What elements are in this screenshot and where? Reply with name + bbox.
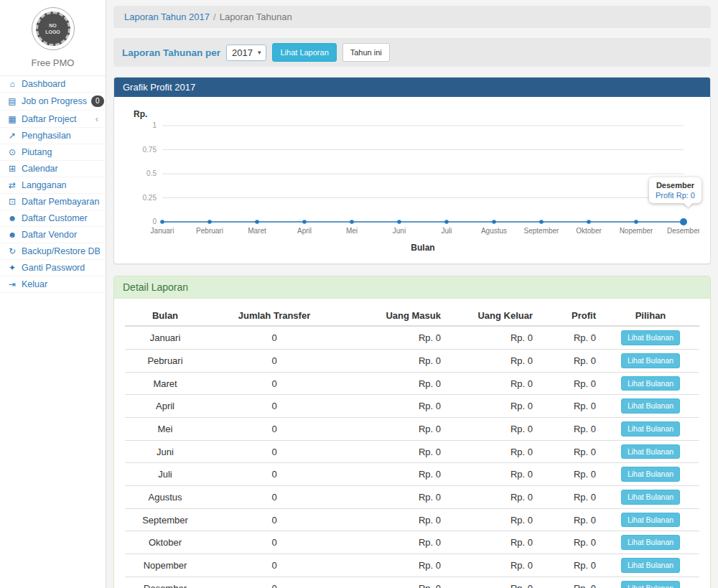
sidebar-item-daftar-pembayaran[interactable]: ⊡Daftar Pembayaran (0, 194, 106, 210)
app: NO LOGO Free PMO ⌂Dashboard▤Job on Progr… (0, 0, 718, 588)
sidebar-item-dashboard[interactable]: ⌂Dashboard (0, 76, 106, 93)
cell-pilihan: Lihat Bulanan (602, 349, 699, 372)
col-header-bulan: Bulan (125, 306, 205, 326)
sidebar-item-daftar-project[interactable]: ▦Daftar Project‹ (0, 111, 106, 128)
x-tick-label: Desember (667, 227, 699, 235)
sidebar-item-calendar[interactable]: ⊞Calendar (0, 161, 106, 177)
piutang-icon: ⊙ (7, 147, 17, 157)
y-axis-title: Rp. (134, 109, 147, 119)
cell-jumlah-transfer: 0 (205, 440, 343, 463)
tahun-ini-button[interactable]: Tahun ini (342, 43, 390, 62)
cell-pilihan: Lihat Bulanan (602, 418, 699, 441)
x-tick-label: Juli (441, 227, 452, 235)
x-tick-label: April (297, 227, 312, 235)
lihat-bulanan-button[interactable]: Lihat Bulanan (621, 581, 680, 588)
cell-profit: Rp. 0 (538, 440, 602, 463)
dashboard-icon: ⌂ (7, 79, 17, 89)
cell-uang-keluar: Rp. 0 (447, 440, 538, 463)
cell-uang-keluar: Rp. 0 (447, 508, 538, 531)
chevron-down-icon: ▾ (258, 49, 261, 56)
chart-panel-title: Grafik Profit 2017 (114, 78, 710, 97)
data-point (680, 218, 687, 225)
sidebar-item-backup-restore-db[interactable]: ↻Backup/Restore DB (0, 243, 106, 260)
lihat-bulanan-button[interactable]: Lihat Bulanan (621, 490, 680, 505)
lihat-bulanan-button[interactable]: Lihat Bulanan (621, 513, 680, 528)
x-tick-label: Nopember (620, 227, 653, 235)
sidebar-item-daftar-vendor[interactable]: ☻Daftar Vendor (0, 227, 106, 243)
sidebar-item-label: Job on Progress (22, 96, 87, 106)
sidebar-item-label: Penghasilan (22, 131, 71, 141)
cell-uang-keluar: Rp. 0 (447, 554, 538, 577)
cell-profit: Rp. 0 (538, 418, 602, 441)
sidebar-item-keluar[interactable]: ⇥Keluar (0, 276, 106, 293)
x-tick-label: September (524, 227, 560, 235)
lihat-bulanan-button[interactable]: Lihat Bulanan (621, 467, 680, 482)
data-point (539, 220, 544, 224)
cell-jumlah-transfer: 0 (205, 326, 343, 349)
lihat-bulanan-button[interactable]: Lihat Bulanan (621, 353, 680, 368)
lihat-bulanan-button[interactable]: Lihat Bulanan (621, 444, 680, 459)
sidebar-item-ganti-password[interactable]: ✦Ganti Password (0, 260, 106, 276)
sidebar-item-label: Daftar Vendor (22, 230, 77, 240)
cell-profit: Rp. 0 (538, 531, 602, 554)
cell-uang-masuk: Rp. 0 (343, 531, 447, 554)
col-header-jumlah-transfer: Jumlah Transfer (205, 306, 343, 326)
chart-panel: Grafik Profit 2017 Rp.10.750.50.250Janua… (113, 77, 711, 264)
no-logo-badge: NO LOGO (36, 11, 70, 46)
x-tick-label: Januari (151, 227, 174, 235)
cell-jumlah-transfer: 0 (205, 554, 343, 577)
data-point (160, 220, 164, 224)
lihat-bulanan-button[interactable]: Lihat Bulanan (621, 421, 680, 437)
detail-panel-title: Detail Laporan (114, 276, 710, 299)
sidebar-item-label: Calendar (22, 164, 58, 174)
lihat-bulanan-button[interactable]: Lihat Bulanan (621, 398, 680, 414)
cell-uang-keluar: Rp. 0 (447, 395, 538, 418)
data-point (444, 220, 449, 224)
lihat-bulanan-button[interactable]: Lihat Bulanan (621, 330, 680, 345)
chevron-left-icon: ‹ (95, 113, 98, 124)
cell-jumlah-transfer: 0 (205, 395, 343, 418)
sidebar-item-penghasilan[interactable]: ↗Penghasilan (0, 128, 106, 144)
x-tick-label: Agustus (481, 227, 507, 235)
sidebar-item-langganan[interactable]: ⇄Langganan (0, 177, 106, 194)
cell-uang-keluar: Rp. 0 (447, 577, 538, 588)
cell-jumlah-transfer: 0 (205, 349, 343, 372)
sidebar-item-label: Dashboard (22, 79, 65, 89)
lihat-bulanan-button[interactable]: Lihat Bulanan (621, 376, 680, 391)
table-row: Nopember0Rp. 0Rp. 0Rp. 0Lihat Bulanan (125, 554, 699, 577)
data-point (397, 220, 401, 224)
cell-jumlah-transfer: 0 (205, 531, 343, 554)
year-select[interactable]: 2017 ▾ (226, 45, 266, 61)
table-row: Juli0Rp. 0Rp. 0Rp. 0Lihat Bulanan (125, 463, 699, 486)
main-content: Laporan Tahun 2017/Laporan Tahunan Lapor… (106, 0, 718, 588)
x-tick-label: Pebruari (196, 227, 223, 235)
detail-table-body: BulanJumlah TransferUang MasukUang Kelua… (114, 299, 710, 588)
lihat-bulanan-button[interactable]: Lihat Bulanan (621, 558, 680, 573)
cell-jumlah-transfer: 0 (205, 486, 343, 509)
table-row: September0Rp. 0Rp. 0Rp. 0Lihat Bulanan (125, 508, 699, 531)
sidebar-item-label: Daftar Pembayaran (22, 197, 99, 207)
col-header-uang-keluar: Uang Keluar (447, 306, 538, 326)
job-on-progress-icon: ▤ (7, 96, 17, 106)
detail-table: BulanJumlah TransferUang MasukUang Kelua… (125, 306, 699, 588)
sidebar-item-label: Piutang (22, 147, 52, 157)
cell-pilihan: Lihat Bulanan (602, 554, 699, 577)
cell-pilihan: Lihat Bulanan (602, 486, 699, 509)
sidebar-item-piutang[interactable]: ⊙Piutang (0, 144, 106, 161)
lihat-laporan-button[interactable]: Lihat Laporan (272, 43, 336, 62)
data-point (634, 220, 638, 224)
cell-uang-masuk: Rp. 0 (343, 349, 447, 372)
sidebar-item-job-on-progress[interactable]: ▤Job on Progress0 (0, 93, 106, 111)
lihat-bulanan-button[interactable]: Lihat Bulanan (621, 535, 680, 550)
profit-line-chart: Rp.10.750.50.250JanuariPebruariMaretApri… (125, 106, 699, 258)
cell-uang-masuk: Rp. 0 (343, 395, 447, 418)
cell-bulan: Maret (125, 372, 205, 395)
breadcrumb-link[interactable]: Laporan Tahun 2017 (124, 11, 210, 22)
cell-bulan: Mei (125, 418, 205, 441)
x-tick-label: Juni (393, 227, 406, 235)
col-header-uang-masuk: Uang Masuk (343, 306, 447, 326)
cell-uang-keluar: Rp. 0 (447, 486, 538, 509)
logo: NO LOGO (32, 7, 75, 50)
sidebar-item-daftar-customer[interactable]: ☻Daftar Customer (0, 210, 106, 227)
cell-uang-masuk: Rp. 0 (343, 440, 447, 463)
